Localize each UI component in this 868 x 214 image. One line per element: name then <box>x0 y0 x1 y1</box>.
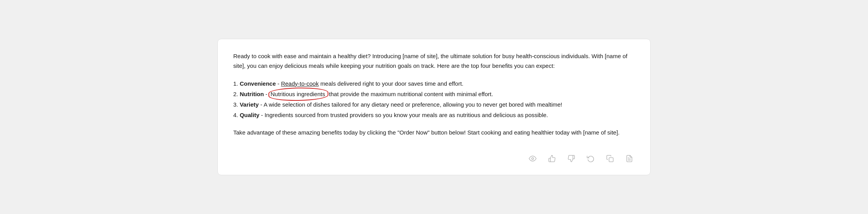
item-label: Variety <box>240 101 259 108</box>
item-label: Quality <box>240 112 260 118</box>
thumbs-up-icon <box>548 155 556 162</box>
item-number: 1. <box>233 80 238 87</box>
svg-point-0 <box>532 157 534 159</box>
svg-rect-1 <box>609 157 613 162</box>
thumbs-down-button[interactable] <box>566 153 577 164</box>
copy-icon <box>606 155 614 162</box>
item-rest: Ingredients sourced from trusted provide… <box>265 112 548 118</box>
save-button[interactable] <box>624 153 635 164</box>
list-item: 1. Convenience - Ready-to-cook meals del… <box>233 79 635 89</box>
refresh-icon <box>587 155 595 162</box>
item-number: 3. <box>233 101 238 108</box>
item-separator: - <box>265 91 269 97</box>
copy-button[interactable] <box>605 153 615 164</box>
action-toolbar <box>233 153 635 164</box>
item-label: Convenience <box>240 80 276 87</box>
content-card: Ready to cook with ease and maintain a h… <box>217 39 651 175</box>
eye-button[interactable] <box>527 153 538 164</box>
thumbs-up-button[interactable] <box>547 153 557 164</box>
intro-paragraph: Ready to cook with ease and maintain a h… <box>233 52 635 71</box>
outro-paragraph: Take advantage of these amazing benefits… <box>233 128 635 138</box>
item-separator: - <box>261 112 265 118</box>
item-underlined-text: Ready-to-cook <box>281 80 319 87</box>
item-rest: A wide selection of dishes tailored for … <box>263 101 562 108</box>
list-item: 2. Nutrition - Nutritious ingredients th… <box>233 89 635 100</box>
item-number: 2. <box>233 91 238 97</box>
refresh-button[interactable] <box>585 153 596 164</box>
item-rest: that provide the maximum nutritional con… <box>329 91 493 97</box>
benefits-list: 1. Convenience - Ready-to-cook meals del… <box>233 79 635 120</box>
thumbs-down-icon <box>567 155 575 162</box>
item-label: Nutrition <box>240 91 264 97</box>
list-item: 4. Quality - Ingredients sourced from tr… <box>233 110 635 120</box>
list-item: 3. Variety - A wide selection of dishes … <box>233 100 635 110</box>
document-icon <box>625 155 633 162</box>
eye-icon <box>529 155 537 162</box>
item-number: 4. <box>233 112 238 118</box>
circled-text: Nutritious ingredients <box>269 89 328 100</box>
item-rest: meals delivered right to your door saves… <box>320 80 463 87</box>
